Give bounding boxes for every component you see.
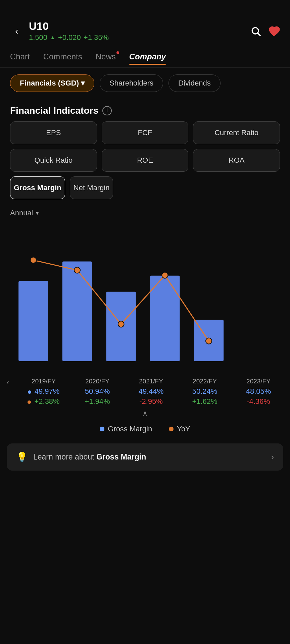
price-change-pct: +1.35% bbox=[84, 33, 109, 42]
yoy-dot-2019 bbox=[30, 257, 36, 263]
year-2022: 2022/FY bbox=[185, 378, 225, 385]
back-icon: ‹ bbox=[15, 26, 18, 37]
period-button[interactable]: Annual ▾ bbox=[10, 206, 39, 220]
year-labels: 2019/FY 49.97% +2.38% 2020/FY 50.94% +1.… bbox=[17, 378, 285, 406]
info-icon[interactable]: i bbox=[102, 106, 112, 115]
bulb-icon: 💡 bbox=[16, 451, 28, 463]
learn-more-text: Learn more about Gross Margin bbox=[33, 452, 146, 462]
bar-2020 bbox=[62, 261, 92, 361]
stock-price-row: 1.500 ▲ +0.020 +1.35% bbox=[29, 33, 109, 42]
filter-gross-margin[interactable]: Gross Margin bbox=[10, 176, 65, 199]
sub-tab-dividends[interactable]: Dividends bbox=[168, 74, 221, 92]
learn-more-banner[interactable]: 💡 Learn more about Gross Margin › bbox=[7, 443, 283, 471]
gm-2022: 50.24% bbox=[185, 387, 225, 396]
yoy-2020: +1.94% bbox=[77, 397, 117, 406]
chart-svg bbox=[7, 223, 283, 378]
header-right bbox=[250, 25, 280, 37]
period-selector: Annual ▾ bbox=[0, 206, 290, 220]
header-left: ‹ U10 1.500 ▲ +0.020 +1.35% bbox=[10, 20, 109, 42]
sub-tab-shareholders[interactable]: Shareholders bbox=[100, 74, 163, 92]
svg-line-1 bbox=[258, 33, 260, 36]
filter-row-3: Gross Margin Net Margin bbox=[0, 176, 290, 199]
filter-row-2: Quick Ratio ROE ROA bbox=[0, 149, 290, 172]
sub-tab-financials[interactable]: Financials (SGD) ▾ bbox=[10, 74, 94, 92]
header: ‹ U10 1.500 ▲ +0.020 +1.35% bbox=[0, 0, 290, 49]
learn-more-left: 💡 Learn more about Gross Margin bbox=[16, 451, 146, 463]
section-title: Financial Indicators bbox=[10, 105, 98, 116]
yoy-2023: -4.36% bbox=[238, 397, 279, 406]
filter-net-margin[interactable]: Net Margin bbox=[70, 176, 113, 199]
gm-2021: 49.44% bbox=[131, 387, 171, 396]
filter-current-ratio[interactable]: Current Ratio bbox=[193, 121, 280, 144]
price-arrow-icon: ▲ bbox=[50, 35, 55, 41]
filter-eps[interactable]: EPS bbox=[10, 121, 97, 144]
stock-info: U10 1.500 ▲ +0.020 +1.35% bbox=[29, 20, 109, 42]
yoy-2019: +2.38% bbox=[23, 397, 64, 406]
yoy-dot-2022 bbox=[162, 272, 168, 278]
legend-yoy: YoY bbox=[169, 425, 190, 433]
chart-container bbox=[0, 223, 290, 378]
year-2023: 2023/FY bbox=[238, 378, 279, 385]
filter-roa[interactable]: ROA bbox=[193, 149, 280, 172]
legend-dot-blue bbox=[100, 427, 104, 431]
back-button[interactable]: ‹ bbox=[10, 24, 23, 38]
filter-fcf[interactable]: FCF bbox=[102, 121, 189, 144]
stock-symbol: U10 bbox=[29, 20, 109, 33]
year-group-2023: 2023/FY 48.05% -4.36% bbox=[238, 378, 279, 406]
legend-gross-margin: Gross Margin bbox=[100, 425, 152, 433]
chart-labels-row: ‹ 2019/FY 49.97% +2.38% 2020/FY 50.94% +… bbox=[0, 378, 290, 406]
filter-quick-ratio[interactable]: Quick Ratio bbox=[10, 149, 97, 172]
year-group-2019: 2019/FY 49.97% +2.38% bbox=[23, 378, 64, 406]
yoy-2021: -2.95% bbox=[131, 397, 171, 406]
bar-2019 bbox=[18, 281, 48, 361]
legend-row: Gross Margin YoY bbox=[0, 421, 290, 440]
yoy-dot-2020 bbox=[74, 267, 80, 273]
tab-news[interactable]: News bbox=[96, 52, 116, 64]
year-2021: 2021/FY bbox=[131, 378, 171, 385]
collapse-arrow-icon[interactable]: ∧ bbox=[142, 409, 148, 418]
tabs-bar: Chart Comments News Company bbox=[0, 49, 290, 68]
learn-more-chevron-icon: › bbox=[271, 452, 274, 462]
tab-company[interactable]: Company bbox=[129, 52, 166, 64]
yoy-dot-2023 bbox=[206, 338, 212, 344]
favorite-button[interactable] bbox=[268, 25, 280, 37]
bar-2022 bbox=[150, 276, 180, 361]
tab-chart[interactable]: Chart bbox=[10, 52, 30, 64]
legend-dot-orange bbox=[169, 427, 174, 431]
filter-row-1: EPS FCF Current Ratio bbox=[0, 121, 290, 144]
yoy-2022: +1.62% bbox=[185, 397, 225, 406]
collapse-row: ∧ bbox=[0, 406, 290, 421]
year-group-2020: 2020/FY 50.94% +1.94% bbox=[77, 378, 117, 406]
gm-2023: 48.05% bbox=[238, 387, 279, 396]
scroll-left-arrow[interactable]: ‹ bbox=[7, 378, 17, 386]
gm-2020: 50.94% bbox=[77, 387, 117, 396]
year-2020: 2020/FY bbox=[77, 378, 117, 385]
price-change: +0.020 bbox=[58, 33, 81, 42]
section-header: Financial Indicators i bbox=[0, 99, 290, 121]
year-group-2021: 2021/FY 49.44% -2.95% bbox=[131, 378, 171, 406]
sub-tabs-bar: Financials (SGD) ▾ Shareholders Dividend… bbox=[0, 68, 290, 99]
gm-2019: 49.97% bbox=[23, 387, 64, 396]
yoy-dot-2021 bbox=[118, 321, 124, 327]
tab-comments[interactable]: Comments bbox=[43, 52, 82, 64]
year-2019: 2019/FY bbox=[23, 378, 64, 385]
stock-price: 1.500 bbox=[29, 33, 47, 42]
search-button[interactable] bbox=[250, 26, 261, 37]
filter-roe[interactable]: ROE bbox=[102, 149, 189, 172]
year-group-2022: 2022/FY 50.24% +1.62% bbox=[185, 378, 225, 406]
